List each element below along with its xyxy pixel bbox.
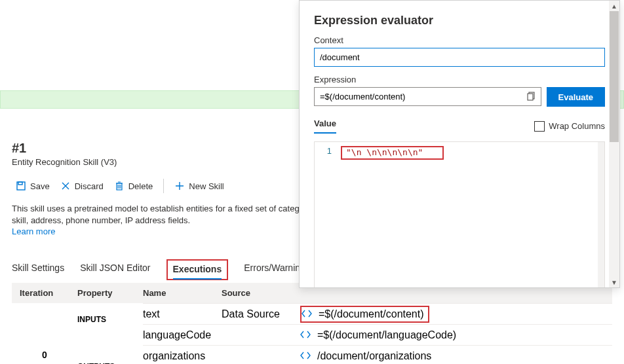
header-property: Property <box>77 288 143 298</box>
panel-scrollbar[interactable]: ▲ ▼ <box>609 1 619 287</box>
context-input[interactable] <box>314 48 605 67</box>
new-skill-label: New Skill <box>189 181 224 191</box>
outputs-label: OUTPUTS <box>77 350 143 364</box>
expression-input[interactable] <box>314 87 541 106</box>
row-source-0: Data Source <box>222 308 300 320</box>
inputs-label: INPUTS <box>77 303 143 336</box>
learn-more-link[interactable]: Learn more <box>12 227 55 236</box>
code-icon[interactable] <box>302 308 312 320</box>
skill-name: Entity Recognition Skill (V3) <box>12 157 117 167</box>
row-name-1: languageCode <box>143 329 222 341</box>
save-label: Save <box>30 181 50 191</box>
scroll-up-arrow[interactable]: ▲ <box>609 1 619 11</box>
row-expr-2[interactable]: /document/organizations <box>317 350 431 362</box>
evaluate-button[interactable]: Evaluate <box>547 87 605 107</box>
discard-label: Discard <box>75 181 104 191</box>
row-expr-1[interactable]: =$(/document/languageCode) <box>317 329 456 341</box>
code-icon[interactable] <box>300 329 311 341</box>
save-button[interactable]: Save <box>12 178 54 194</box>
wrap-columns-toggle[interactable]: Wrap Columns <box>534 121 605 132</box>
code-icon[interactable] <box>300 350 311 362</box>
new-skill-button[interactable]: New Skill <box>170 178 227 194</box>
result-value: "\n \n\n\n\n\n" <box>346 147 423 157</box>
discard-button[interactable]: Discard <box>56 178 107 194</box>
line-number: 1 <box>315 146 341 160</box>
delete-button[interactable]: Delete <box>110 178 157 194</box>
code-scrollbar[interactable] <box>598 142 604 287</box>
skill-index: #1 <box>12 141 117 156</box>
header-icon <box>300 288 320 298</box>
value-tab[interactable]: Value <box>314 118 336 134</box>
tabs-bar: Skill Settings Skill JSON Editor Executi… <box>12 259 324 280</box>
scroll-down-arrow[interactable]: ▼ <box>609 277 619 287</box>
header-name: Name <box>143 288 222 298</box>
expression-label: Expression <box>314 75 605 84</box>
svg-rect-4 <box>528 94 533 100</box>
tab-executions[interactable]: Executions <box>173 264 222 280</box>
tab-skill-json[interactable]: Skill JSON Editor <box>80 263 150 277</box>
wrap-columns-label: Wrap Columns <box>549 121 605 131</box>
wrap-columns-checkbox[interactable] <box>534 121 545 132</box>
save-icon <box>16 181 26 191</box>
plus-icon <box>174 181 185 191</box>
result-highlight: "\n \n\n\n\n\n" <box>341 146 444 160</box>
iteration-value: 0 <box>12 350 77 360</box>
toolbar-separator <box>163 179 164 193</box>
context-label: Context <box>314 35 605 45</box>
svg-rect-1 <box>18 182 22 185</box>
scroll-thumb[interactable] <box>610 11 619 142</box>
delete-label: Delete <box>128 181 153 191</box>
delete-icon <box>114 181 125 191</box>
header-source: Source <box>222 288 300 298</box>
skill-header: #1 Entity Recognition Skill (V3) <box>12 141 117 167</box>
tab-skill-settings[interactable]: Skill Settings <box>12 263 64 277</box>
copy-icon[interactable] <box>527 92 536 103</box>
row-expr-0[interactable]: =$(/document/content) <box>319 308 424 320</box>
header-expr <box>320 288 612 298</box>
row-name-0: text <box>143 308 222 320</box>
row-name-2: organizations <box>143 350 222 362</box>
toolbar: Save Discard Delete New Skill <box>12 178 228 194</box>
tab-executions-highlight: Executions <box>166 259 229 280</box>
result-code-area: 1 "\n \n\n\n\n\n" <box>314 141 605 287</box>
header-iteration: Iteration <box>12 288 77 298</box>
evaluator-title: Expression evaluator <box>314 14 605 27</box>
expression-evaluator-panel: ▲ ▼ Expression evaluator Context Express… <box>299 0 620 288</box>
discard-icon <box>60 181 71 191</box>
executions-table: Iteration Property Name Source 0 INPUTS … <box>12 283 612 364</box>
